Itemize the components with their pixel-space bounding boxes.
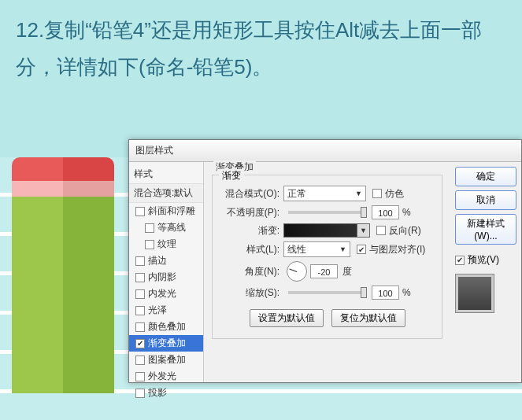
angle-label: 角度(N): [220,265,280,278]
style-item-label: 图案叠加 [148,353,186,367]
set-default-button[interactable]: 设置为默认值 [250,309,324,327]
style-item-label: 内发光 [148,287,176,300]
style-item-label: 渐变叠加 [148,337,186,350]
ok-button[interactable]: 确定 [455,167,516,186]
style-item-label: 纹理 [157,238,176,251]
gradient-group: 渐变 混合模式(O): 正常 ▼ 仿色 不透明度(P): 100 [212,175,442,339]
style-item-label: 等高线 [157,221,186,234]
group-inner-title: 渐变 [219,169,244,182]
align-checkbox[interactable]: ✔ [357,245,366,254]
chevron-down-icon[interactable]: ▼ [357,224,369,237]
style-checkbox[interactable] [135,306,145,315]
style-item-label: 光泽 [148,304,167,317]
align-label: 与图层对齐(I) [369,243,425,256]
gradient-picker[interactable]: ▼ [283,223,370,238]
preview-label: 预览(V) [468,253,499,267]
chevron-down-icon: ▼ [355,190,362,197]
style-item[interactable]: 纹理 [129,236,203,252]
instruction-text: 12.复制“铅笔4”还是用矩形工具按住Alt减去上面一部分，详情如下(命名-铅笔… [0,0,522,98]
dialog-titlebar[interactable]: 图层样式 [129,140,521,162]
style-item-label: 斜面和浮雕 [148,204,195,218]
angle-unit: 度 [342,265,352,278]
settings-panel: 渐变叠加 渐变 混合模式(O): 正常 ▼ 仿色 不透明度(P): [204,162,450,382]
reverse-checkbox[interactable] [376,226,386,235]
chevron-down-icon: ▼ [339,245,346,253]
opacity-unit: % [402,207,411,218]
style-item[interactable]: 内发光 [129,286,203,302]
style-checkbox[interactable] [145,240,154,249]
style-item-label: 外发光 [148,370,176,383]
style-checkbox[interactable] [135,372,145,381]
reset-default-button[interactable]: 复位为默认值 [331,309,405,327]
blend-options-header[interactable]: 混合选项:默认 [129,183,203,203]
style-checkbox[interactable] [135,389,145,398]
dialog-buttons-column: 确定 取消 新建样式(W)... ✔ 预览(V) [450,162,521,382]
style-item[interactable]: 光泽 [129,302,203,319]
gradient-label: 渐变: [220,224,280,238]
style-item[interactable]: 颜色叠加 [129,319,203,335]
style-checkbox[interactable]: ✔ [135,339,145,348]
cancel-button[interactable]: 取消 [455,190,516,210]
styles-list: 样式 混合选项:默认 斜面和浮雕等高线纹理描边内阴影内发光光泽颜色叠加✔渐变叠加… [129,162,204,382]
style-checkbox[interactable] [135,207,145,216]
new-style-button[interactable]: 新建样式(W)... [455,214,516,245]
pencil-eraser [12,157,114,181]
style-item[interactable]: 等高线 [129,219,203,236]
scale-slider[interactable] [288,291,367,294]
style-item-label: 描边 [148,254,167,267]
opacity-slider[interactable] [288,211,367,214]
dither-checkbox[interactable] [372,189,382,198]
style-checkbox[interactable] [135,356,145,365]
blend-mode-label: 混合模式(O): [220,187,280,201]
style-select[interactable]: 线性 ▼ [283,241,350,257]
style-label: 样式(L): [220,243,280,256]
pencil-ferrule [12,181,114,197]
angle-dial[interactable] [287,261,307,282]
style-item[interactable]: ✔渐变叠加 [129,335,203,352]
style-item[interactable]: 投影 [129,385,203,401]
angle-value[interactable]: -20 [310,264,338,278]
style-checkbox[interactable] [135,273,145,282]
dither-label: 仿色 [385,187,404,201]
style-item[interactable]: 斜面和浮雕 [129,203,203,219]
scale-value[interactable]: 100 [372,286,399,300]
reverse-label: 反向(R) [389,224,421,238]
preview-checkbox[interactable]: ✔ [455,256,465,265]
style-checkbox[interactable] [135,322,145,332]
dialog-title: 图层样式 [135,144,173,157]
style-item[interactable]: 外发光 [129,368,203,385]
style-item-label: 内阴影 [148,271,176,284]
pencil-illustration [12,157,114,393]
pencil-body [12,197,114,393]
style-item[interactable]: 内阴影 [129,269,203,286]
style-item-label: 投影 [148,386,167,400]
styles-header[interactable]: 样式 [129,165,203,183]
style-checkbox[interactable] [135,289,145,299]
scale-label: 缩放(S): [220,286,280,300]
style-item-label: 颜色叠加 [148,320,186,333]
layer-style-dialog: 图层样式 样式 混合选项:默认 斜面和浮雕等高线纹理描边内阴影内发光光泽颜色叠加… [128,139,522,383]
scale-unit: % [402,287,411,298]
opacity-label: 不透明度(P): [220,206,280,219]
style-item[interactable]: 描边 [129,252,203,269]
style-item[interactable]: 图案叠加 [129,352,203,368]
style-checkbox[interactable] [135,256,145,266]
style-checkbox[interactable] [145,223,154,233]
blend-mode-select[interactable]: 正常 ▼ [283,186,366,201]
preview-swatch [455,274,494,313]
opacity-value[interactable]: 100 [372,205,399,219]
